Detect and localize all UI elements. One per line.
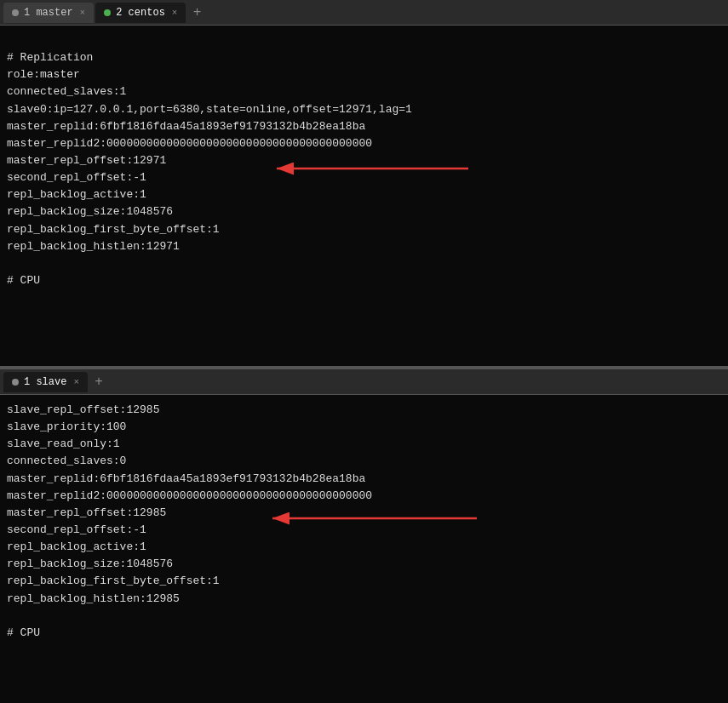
bot-line-7: second_repl_offset:-1 <box>7 522 721 539</box>
tab-dot-slave <box>12 379 19 386</box>
bot-line-8: repl_backlog_active:1 <box>7 539 721 556</box>
top-line-6: master_replid2:0000000000000000000000000… <box>7 135 721 152</box>
top-panel: 1 master × 2 centos × + # Replication ro… <box>0 0 728 366</box>
top-line-5: master_replid:6fbf1816fdaa45a1893ef91793… <box>7 118 721 135</box>
tab-label-centos: 2 centos <box>116 7 165 19</box>
tab-close-master[interactable]: × <box>80 8 86 18</box>
bottom-panel: 1 slave × + slave_repl_offset:12985 slav… <box>0 368 728 703</box>
top-tab-bar[interactable]: 1 master × 2 centos × + <box>0 0 728 26</box>
bot-line-13: # CPU <box>7 625 721 642</box>
top-line-13 <box>7 255 721 272</box>
top-line-9: repl_backlog_active:1 <box>7 186 721 203</box>
tab-centos[interactable]: 2 centos × <box>95 3 186 23</box>
top-line-10: repl_backlog_size:1048576 <box>7 203 721 220</box>
top-line-4: slave0:ip=127.0.0.1,port=6380,state=onli… <box>7 101 721 118</box>
bot-line-1: slave_priority:100 <box>7 419 721 436</box>
tab-close-centos[interactable]: × <box>172 8 178 18</box>
top-line-8: second_repl_offset:-1 <box>7 169 721 186</box>
tab-add-bottom[interactable]: + <box>89 373 108 392</box>
top-line-0 <box>7 32 721 49</box>
bot-line-3: connected_slaves:0 <box>7 453 721 470</box>
bot-line-9: repl_backlog_size:1048576 <box>7 556 721 573</box>
top-line-1: # Replication <box>7 49 721 66</box>
top-line-11: repl_backlog_first_byte_offset:1 <box>7 221 721 238</box>
top-terminal-content: # Replication role:master connected_slav… <box>0 26 728 366</box>
bot-line-2: slave_read_only:1 <box>7 436 721 453</box>
bot-line-6: master_repl_offset:12985 <box>7 505 721 522</box>
tab-master[interactable]: 1 master × <box>3 3 94 23</box>
tab-add-top[interactable]: + <box>187 3 206 22</box>
tab-slave[interactable]: 1 slave × <box>3 372 88 392</box>
bottom-tab-bar[interactable]: 1 slave × + <box>0 369 728 395</box>
tab-label-master: 1 master <box>24 7 73 19</box>
top-line-2: role:master <box>7 66 721 83</box>
bot-line-11: repl_backlog_histlen:12985 <box>7 591 721 608</box>
top-line-12: repl_backlog_histlen:12971 <box>7 238 721 255</box>
bot-line-4: master_replid:6fbf1816fdaa45a1893ef91793… <box>7 471 721 488</box>
tab-dot-centos <box>104 9 111 16</box>
bot-line-10: repl_backlog_first_byte_offset:1 <box>7 573 721 590</box>
bottom-terminal-content: slave_repl_offset:12985 slave_priority:1… <box>0 395 728 703</box>
tab-label-slave: 1 slave <box>24 376 66 388</box>
top-line-14: # CPU <box>7 272 721 289</box>
tab-dot-master <box>12 9 19 16</box>
bot-line-5: master_replid2:0000000000000000000000000… <box>7 488 721 505</box>
tab-close-slave[interactable]: × <box>73 377 79 387</box>
bot-line-0: slave_repl_offset:12985 <box>7 402 721 419</box>
bot-line-12 <box>7 608 721 625</box>
top-line-7: master_repl_offset:12971 <box>7 152 721 169</box>
top-line-3: connected_slaves:1 <box>7 83 721 100</box>
